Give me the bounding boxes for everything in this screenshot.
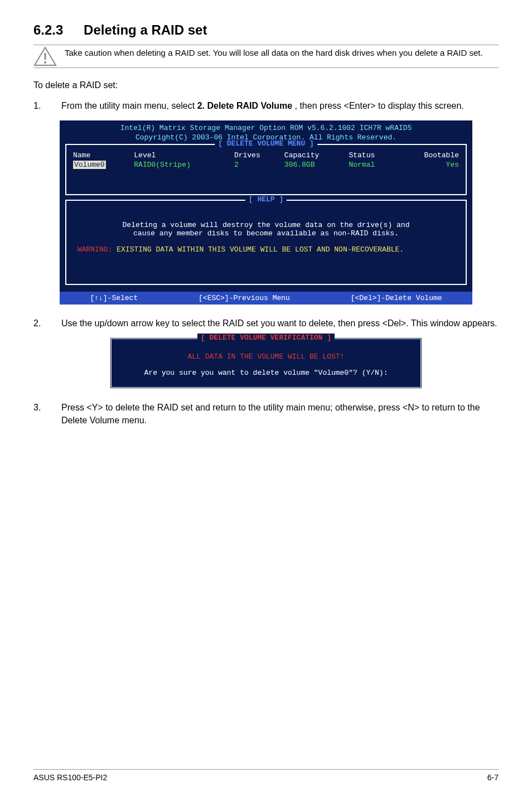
cell-status: Normal [346,160,396,170]
warning-label: WARNING: [78,245,112,254]
help-label: [ HELP ] [245,195,287,204]
intro-text: To delete a RAID set: [33,79,499,91]
caution-text: Take caution when deleting a RAID set. Y… [65,46,483,59]
header-bootable: Bootable [396,151,461,160]
step-2: 2. Use the up/down arrow key to select t… [33,317,499,330]
warning-line: WARNING: EXISTING DATA WITHIN THIS VOLUM… [73,245,459,254]
footer-left: ASUS RS100-E5-PI2 [33,773,107,782]
delete-volume-menu: [ DELETE VOLUME MENU ] Name Level Drives… [65,144,467,193]
cell-drives: 2 [232,160,282,170]
step-1-body: From the utility main menu, select 2. De… [61,99,499,112]
step-1-prefix: From the utility main menu, select [61,101,197,110]
cell-level: RAID0(Stripe) [132,160,232,170]
step-3: 3. Press <Y> to delete the RAID set and … [33,401,499,427]
header-level: Level [132,151,232,160]
help-section: [ HELP ] Deleting a volume will destroy … [65,200,467,285]
cell-name: Volume0 [71,160,132,170]
step-1: 1. From the utility main menu, select 2.… [33,99,499,112]
caution-icon [33,46,57,66]
step-1-bold: 2. Delete RAID Volume [197,101,292,110]
cell-capacity: 306.8GB [282,160,347,170]
step-2-body: Use the up/down arrow key to select the … [61,317,499,330]
header-capacity: Capacity [282,151,347,160]
step-3-body: Press <Y> to delete the RAID set and ret… [61,401,499,427]
table-header-row: Name Level Drives Capacity Status Bootab… [71,151,461,160]
footer-right: 6-7 [487,773,499,782]
caution-box: Take caution when deleting a RAID set. Y… [33,45,499,68]
header-status: Status [346,151,396,160]
table-row[interactable]: Volume0 RAID0(Stripe) 2 306.8GB Normal Y… [71,160,461,170]
bios-screen: Intel(R) Matrix Storage Manager Option R… [60,120,472,305]
verify-title: [ DELETE VOLUME VERIFICATION ] [197,334,335,342]
heading-title: Deleting a RAID set [84,22,207,37]
step-1-number: 1. [33,99,46,112]
footer-select[interactable]: [↑↓]-Select [90,294,138,302]
help-line-2: cause any member disks to become availab… [73,229,459,238]
volume-name-highlight: Volume0 [73,161,106,169]
footer-del[interactable]: [<Del>]-Delete Volume [351,294,442,302]
svg-point-2 [44,61,46,64]
step-2-number: 2. [33,317,46,330]
header-name: Name [71,151,132,160]
warning-text: EXISTING DATA WITHIN THIS VOLUME WILL BE… [112,245,404,254]
heading-number: 6.2.3 [33,22,63,37]
section-heading: 6.2.3 Deleting a RAID set [33,22,499,38]
verify-warning: ALL DATA IN THE VOLUME WILL BE LOST! [120,352,412,361]
cell-bootable: Yes [396,160,461,170]
bios-footer: [↑↓]-Select [<ESC>]-Previous Menu [<Del>… [60,292,472,305]
step-3-number: 3. [33,401,46,427]
footer-prev[interactable]: [<ESC>]-Previous Menu [199,294,290,302]
delete-verification-dialog: [ DELETE VOLUME VERIFICATION ] ALL DATA … [110,337,422,389]
volume-table: Name Level Drives Capacity Status Bootab… [71,151,461,170]
page-footer: ASUS RS100-E5-PI2 6-7 [33,769,499,782]
bios-title-1: Intel(R) Matrix Storage Manager Option R… [60,124,472,132]
help-line-1: Deleting a volume will destroy the volum… [73,221,459,229]
step-1-suffix: , then press <Enter> to display this scr… [295,101,464,110]
header-drives: Drives [232,151,282,160]
delete-menu-label: [ DELETE VOLUME MENU ] [215,139,317,148]
verify-prompt[interactable]: Are you sure you want to delete volume "… [120,369,412,377]
